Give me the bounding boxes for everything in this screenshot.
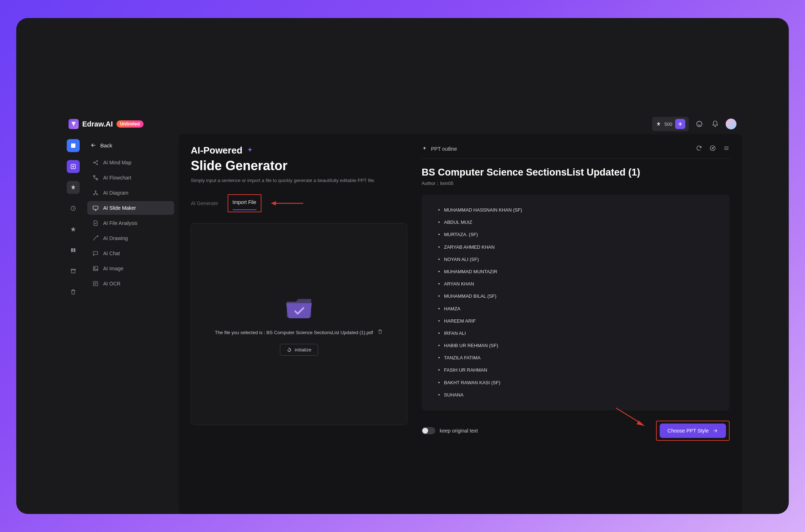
menu-icon[interactable] [723, 145, 730, 153]
list-item: NOYAN ALI (SF) [436, 253, 715, 266]
list-item: TANZILA FATIMA [436, 352, 715, 364]
rail-item-star[interactable] [67, 223, 80, 236]
file-dropzone[interactable]: The file you selected is : BS Computer S… [191, 223, 407, 425]
svg-rect-9 [93, 176, 95, 177]
sidebar: Back AI Mind Map AI Flowchart AI Diagram… [83, 134, 179, 514]
list-item: MUHAMMAD BILAL (SF) [436, 290, 715, 302]
avatar[interactable] [726, 119, 736, 129]
keep-original-label: keep original text [440, 428, 478, 434]
add-credits-button[interactable]: + [675, 119, 685, 129]
annotation-cta-highlight: Choose PPT Style [656, 421, 730, 441]
rail-item-templates[interactable] [67, 244, 80, 257]
list-item: ZARYAB AHMED KHAN [436, 241, 715, 253]
keep-original-row: keep original text [422, 427, 478, 434]
svg-rect-14 [93, 206, 98, 209]
main-panel: AI-Powered Slide Generator Simply input … [179, 134, 742, 514]
choose-ppt-style-button[interactable]: Choose PPT Style [660, 424, 726, 438]
list-item: MUHAMMAD MUNTAZIR [436, 266, 715, 278]
rail-item-create[interactable] [67, 160, 80, 173]
svg-point-6 [93, 162, 94, 163]
svg-point-7 [97, 160, 98, 161]
brand-logo-icon [69, 119, 79, 129]
brand: Edraw.AI Unlimited [69, 119, 144, 129]
nav-item-fileanalysis[interactable]: AI File Analysis [87, 216, 174, 230]
unlimited-badge: Unlimited [116, 120, 144, 128]
list-item: BAKHT RAWAN KASI (SF) [436, 377, 715, 389]
rail-item-archive[interactable] [67, 265, 80, 278]
annotation-arrow-icon [271, 200, 303, 207]
svg-point-21 [710, 146, 715, 151]
support-icon[interactable] [694, 119, 705, 129]
outline-pane: PPT outline BS Computer Science Sections… [422, 145, 730, 503]
page-subtitle: Simply input a sentence or import a file… [191, 177, 407, 184]
selected-file-row: The file you selected is : BS Computer S… [215, 329, 383, 336]
nav-item-image[interactable]: AI Image [87, 262, 174, 275]
nav-item-diagram[interactable]: AI Diagram [87, 186, 174, 200]
initialize-button[interactable]: initialize [280, 344, 318, 356]
app-window: Edraw.AI Unlimited 500 + [16, 18, 789, 514]
annotation-arrow-icon [614, 406, 647, 428]
generator-pane: AI-Powered Slide Generator Simply input … [191, 145, 407, 503]
svg-rect-1 [71, 143, 75, 148]
nav-list: AI Mind Map AI Flowchart AI Diagram AI S… [83, 156, 179, 291]
nav-item-ocr[interactable]: AI OCR [87, 277, 174, 291]
svg-rect-16 [93, 266, 98, 271]
nav-item-slidemaker[interactable]: AI Slide Maker [87, 201, 174, 215]
footer-row: keep original text Choose PPT Style [422, 421, 730, 441]
list-item: HAMZA [436, 303, 715, 315]
topbar-right: 500 + [652, 117, 736, 131]
svg-point-11 [95, 191, 96, 192]
outline-title: BS Computer Science SectionsList Updated… [422, 167, 730, 178]
svg-rect-5 [73, 248, 75, 252]
topbar: Edraw.AI Unlimited 500 + [69, 115, 736, 133]
sparkle-icon [246, 147, 254, 155]
rail-item-history[interactable] [67, 202, 80, 215]
workspace: Back AI Mind Map AI Flowchart AI Diagram… [63, 134, 742, 514]
list-item: HABIB UR REHMAN (SF) [436, 340, 715, 352]
list-item: MURTAZA. (SF) [436, 229, 715, 241]
folder-icon [283, 292, 315, 321]
refresh-icon[interactable] [696, 145, 702, 153]
outline-list: MUHAMMAD HASSNAIN KHAN (SF)ABDUL MUIZMUR… [436, 204, 715, 401]
list-item: FASIH UR RAHMAN [436, 364, 715, 376]
tab-import-file[interactable]: Import File [233, 196, 256, 208]
svg-rect-4 [71, 248, 73, 252]
compass-icon[interactable] [709, 145, 716, 153]
keep-original-toggle[interactable] [422, 427, 435, 434]
brand-name: Edraw.AI [82, 120, 113, 128]
outline-actions [696, 145, 730, 153]
tab-row: AI Generate Import File [191, 194, 407, 212]
rail-item-home[interactable] [67, 139, 80, 152]
svg-point-8 [97, 164, 98, 165]
bell-icon[interactable] [710, 119, 721, 129]
rail-item-trash[interactable] [67, 285, 80, 298]
list-item: ABDUL MUIZ [436, 216, 715, 229]
nav-item-flowchart[interactable]: AI Flowchart [87, 171, 174, 185]
list-item: ARYAN KHAN [436, 278, 715, 290]
credits-pill[interactable]: 500 + [652, 117, 689, 131]
remove-file-button[interactable] [377, 329, 383, 336]
sparkle-icon [422, 146, 427, 152]
nav-item-chat[interactable]: AI Chat [87, 247, 174, 260]
nav-item-mindmap[interactable]: AI Mind Map [87, 156, 174, 169]
outline-header: PPT outline [422, 145, 730, 159]
outline-card: MUHAMMAD HASSNAIN KHAN (SF)ABDUL MUIZMUR… [422, 195, 730, 411]
svg-line-22 [616, 408, 641, 424]
svg-rect-10 [96, 179, 98, 180]
annotation-import-highlight: Import File [228, 194, 261, 212]
list-item: IRFAN ALI [436, 327, 715, 340]
list-item: HAREEM ARIF [436, 315, 715, 327]
selected-file-label: The file you selected is : BS Computer S… [215, 330, 373, 335]
outline-header-label: PPT outline [422, 146, 457, 152]
back-button[interactable]: Back [83, 139, 179, 156]
outline-author: Author：lixin05 [422, 180, 730, 187]
svg-point-17 [94, 267, 95, 268]
back-label: Back [100, 142, 112, 148]
nav-item-drawing[interactable]: AI Drawing [87, 231, 174, 245]
page-title: Slide Generator [191, 158, 407, 173]
svg-point-0 [697, 121, 702, 127]
credits-count: 500 [664, 121, 672, 127]
rail-item-ai[interactable] [67, 181, 80, 194]
list-item: SUHANA [436, 389, 715, 401]
tab-ai-generate[interactable]: AI Generate [191, 198, 218, 209]
